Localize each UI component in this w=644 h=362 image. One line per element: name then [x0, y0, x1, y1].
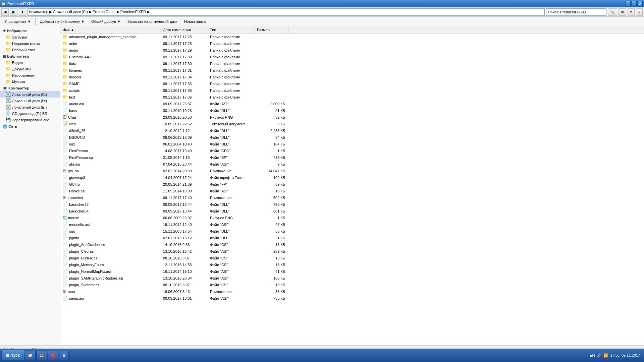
table-row[interactable]: 📄 samp.asi 09.09.2017 13:01 Файл "ASI" 7…: [60, 295, 644, 302]
file-type-label: Файл "ASI": [208, 189, 255, 193]
start-button[interactable]: ⊞ Пуск: [1, 350, 24, 361]
table-row[interactable]: 📄 gta.asi 07.04.2016 23:44 Файл "ASI" 9 …: [60, 161, 644, 168]
table-row[interactable]: 📁 anim 09.11.2017 17:25 Папка с файлами: [60, 40, 644, 47]
sidebar-item-video[interactable]: 📁 Видео: [0, 59, 60, 66]
table-row[interactable]: 📄 mousefix.asi 19.11.2012 12:40 Файл "AS…: [60, 221, 644, 228]
col-header-size[interactable]: Размер: [255, 26, 288, 33]
computer-header[interactable]: 💻 Компьютер: [0, 85, 60, 91]
table-row[interactable]: 📄 Launcher32 09.09.2017 13:44 Файл "DLL"…: [60, 201, 644, 208]
sidebar-item-music[interactable]: 📁 Музыка: [0, 78, 60, 85]
minimize-button[interactable]: ─: [625, 1, 631, 6]
view-details-button[interactable]: ≡: [628, 8, 634, 16]
table-row[interactable]: 🖼 mouse 06.06.2009 22:07 Рисунок PNG 1 К…: [60, 215, 644, 221]
file-name-label: FirstPerson: [69, 149, 88, 153]
table-row[interactable]: 📁 SAMP 09.11.2017 17:36 Папка с файлами: [60, 80, 644, 87]
sidebar-item-drive-f[interactable]: 💿 CD-дисковод (F:) BR...: [0, 110, 60, 117]
network-header[interactable]: 🌐 Сеть: [0, 123, 60, 129]
table-row[interactable]: 📁 models 09.11.2017 17:34 Папка с файлам…: [60, 74, 644, 80]
col-header-name[interactable]: Имя ▲: [60, 26, 161, 33]
col-header-date[interactable]: Дата изменения: [161, 26, 208, 33]
close-button[interactable]: ✕: [637, 1, 643, 6]
table-row[interactable]: ⚙ Launcher 09.11.2017 17:40 Приложение 5…: [60, 194, 644, 201]
add-to-library-button[interactable]: Добавить в библиотеку ▼: [37, 18, 88, 25]
file-type-icon: 🖼: [62, 115, 67, 120]
sidebar-item-images[interactable]: 📁 Изображения: [0, 72, 60, 78]
file-name-label: data: [69, 62, 76, 66]
table-row[interactable]: 📁 CustomSAA2 09.11.2017 17:30 Папка с фа…: [60, 54, 644, 60]
table-row[interactable]: 📄 Hooks.asi 11.05.2014 18:00 Файл "ASI" …: [60, 188, 644, 194]
file-date: 09.09.2017 23:37: [161, 102, 208, 106]
file-date: 09.11.2017 17:25: [161, 41, 208, 46]
back-button[interactable]: ◀: [1, 8, 9, 16]
table-row[interactable]: 📄 pginfo 02.01.2015 13:12 Файл "DLL" 1 К…: [60, 235, 644, 241]
search-input[interactable]: [546, 8, 606, 16]
sidebar-item-desktop[interactable]: 📁 Рабочий стол: [0, 47, 60, 53]
table-row[interactable]: 📄 bass 30.11.2010 10:26 Файл "DLL" 91 КБ: [60, 107, 644, 114]
share-button[interactable]: Общий доступ ▼: [88, 18, 124, 25]
sidebar-item-drive-d[interactable]: 💽 Локальный диск (D:): [0, 98, 60, 104]
table-row[interactable]: ⚙ gta_sa 02.02.2014 20:39 Приложение 14 …: [60, 168, 644, 174]
favorites-header[interactable]: ★ Избранное: [0, 27, 60, 34]
sidebar-item-downloads[interactable]: 📁 Загрузки: [0, 34, 60, 40]
sidebar-item-recent[interactable]: 📁 Недавние места: [0, 40, 60, 47]
keyboard-layout-indicator[interactable]: EN: [590, 353, 595, 357]
table-row[interactable]: 📁 audio 09.11.2017 17:29 Папка с файлами: [60, 47, 644, 54]
table-row[interactable]: 📄 GUI.fp 20.05.2014 21:39 Файл "FP" 59 К…: [60, 181, 644, 188]
table-row[interactable]: 📝 cleo 10.09.2017 22:52 Текстовый докуме…: [60, 121, 644, 127]
organize-button[interactable]: Упорядочить ▼: [1, 18, 34, 25]
table-row[interactable]: 📄 FirstPerson 14.08.2017 19:49 Файл "CFG…: [60, 147, 644, 154]
table-row[interactable]: 🖼 Chat 23.09.2016 20:50 Рисунок PNG 32 К…: [60, 114, 644, 121]
file-date: 09.09.2017 13:44: [161, 202, 208, 207]
table-row[interactable]: 📄 plugin_Svetofor.cs 08.10.2016 3:07 Фай…: [60, 282, 644, 288]
table-row[interactable]: 📄 plugin_AntiCrasher.cs 14.10.2016 0:36 …: [60, 241, 644, 248]
file-name-label: plugin_NormalMapFix.asi: [69, 269, 111, 274]
table-row[interactable]: 📄 plugin_HudFix.cs 08.10.2016 3:07 Файл …: [60, 255, 644, 261]
table-row[interactable]: 📄 Launcher64 09.09.2017 13:44 Файл "DLL"…: [60, 208, 644, 215]
file-type-label: Рисунок PNG: [208, 216, 255, 220]
volume-icon[interactable]: 🔊: [597, 353, 601, 358]
table-row[interactable]: 📄 plugin_Cleo.asi 13.10.2016 13:42 Файл …: [60, 248, 644, 255]
table-row[interactable]: 📄 plugin_SAMPGraphicRestore.asi 13.10.20…: [60, 275, 644, 282]
file-type-icon: 📄: [62, 276, 68, 281]
table-row[interactable]: 📁 advanced_plugin_management_example 09.…: [60, 34, 644, 40]
table-row[interactable]: 📄 plugin_NormalMapFix.asi 16.11.2014 16:…: [60, 268, 644, 275]
table-row[interactable]: 📁 libraries 09.11.2017 17:31 Папка с фай…: [60, 67, 644, 74]
table-row[interactable]: 📄 gtaweap3 14.04.2007 17:24 Файл шрифта …: [60, 174, 644, 181]
table-row[interactable]: 📁 text 09.11.2017 17:36 Папка с файлами: [60, 94, 644, 101]
table-row[interactable]: 📁 scripts 09.11.2017 17:36 Папка с файла…: [60, 87, 644, 94]
maximize-button[interactable]: □: [631, 1, 637, 6]
sidebar-item-documents[interactable]: 📁 Документы: [0, 66, 60, 72]
search-button[interactable]: 🔍: [608, 8, 617, 16]
file-size: 180 КБ: [255, 276, 288, 281]
help-button[interactable]: ?: [636, 8, 643, 16]
taskbar-item-firefox[interactable]: 🦊: [36, 351, 47, 360]
taskbar-item-app4[interactable]: 🖥: [59, 351, 69, 360]
libraries-header[interactable]: ▦ Библиотеки: [0, 53, 60, 59]
table-row[interactable]: 📄 DSOUND 08.06.2013 18:09 Файл "DLL" 84 …: [60, 134, 644, 141]
sidebar-item-label: Недавние места: [12, 42, 40, 46]
table-row[interactable]: 📄 ogg 15.11.2003 17:54 Файл "DLL" 36 КБ: [60, 228, 644, 235]
table-row[interactable]: 📄 audio.asi 09.09.2017 23:37 Файл "ASI" …: [60, 101, 644, 107]
burn-button[interactable]: Записать на оптический диск: [124, 18, 180, 25]
table-row[interactable]: 📄 eax 06.01.2004 10:43 Файл "DLL" 184 КБ: [60, 141, 644, 147]
view-options-button[interactable]: ⊞: [619, 8, 626, 16]
table-row[interactable]: 📄 d3dx9_25 12.10.2012 1:12 Файл "DLL" 2 …: [60, 127, 644, 134]
table-row[interactable]: 📄 FirstPerson.sp 21.05.2014 1:13 Файл "S…: [60, 154, 644, 161]
new-folder-button[interactable]: Новая папка: [181, 18, 209, 25]
table-row[interactable]: 📁 data 09.11.2017 17:30 Папка с файлами: [60, 60, 644, 67]
up-button[interactable]: ⬆: [19, 8, 26, 16]
taskbar-item-explorer[interactable]: 📁: [25, 351, 36, 360]
network-icon[interactable]: 📶: [603, 353, 608, 358]
taskbar-item-app3[interactable]: 🔴: [48, 351, 58, 360]
table-row[interactable]: 📄 plugin_MemoryFix.cs 12.11.2016 14:53 Ф…: [60, 261, 644, 268]
sidebar-item-drive-e[interactable]: 💽 Локальный диск (E:): [0, 104, 60, 110]
sidebar-item-drive-c[interactable]: 💽 Локальный диск (C:): [0, 91, 60, 98]
breadcrumb-bar[interactable]: Компьютер ▶ Локальный диск (C:) ▶ Premie…: [28, 8, 545, 16]
file-size: [255, 37, 288, 37]
file-date: 11.05.2014 18:00: [161, 189, 208, 193]
forward-button[interactable]: ▶: [10, 8, 17, 16]
sidebar-item-reserved[interactable]: 💾 Зарезервировано сис...: [0, 117, 60, 123]
col-header-type[interactable]: Тип: [208, 26, 255, 33]
file-type-label: Файл "ASI": [208, 276, 255, 281]
table-row[interactable]: ⚙ rcon 16.06.2007 8:43 Приложение 36 КБ: [60, 288, 644, 295]
